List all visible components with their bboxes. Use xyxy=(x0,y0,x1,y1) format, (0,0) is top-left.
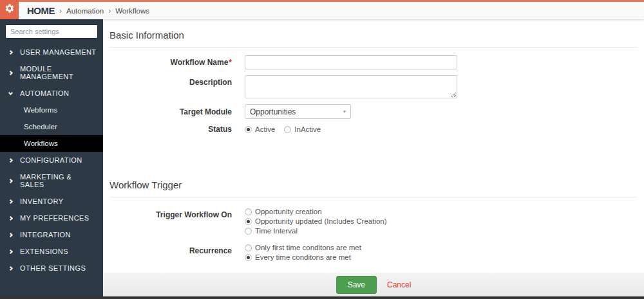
breadcrumb-separator-icon: › xyxy=(59,6,62,15)
breadcrumb-workflows[interactable]: Workflows xyxy=(115,7,149,15)
sidebar-item-workflows[interactable]: Workflows xyxy=(0,135,103,152)
status-radio-group: Active InActive xyxy=(245,125,321,133)
radio-unselected-icon xyxy=(245,228,252,235)
target-module-label: Target Module xyxy=(103,107,245,116)
sidebar-item-marketing-sales[interactable]: MARKETING & SALES xyxy=(0,168,103,193)
form-footer: Save Cancel xyxy=(103,273,644,296)
trigger-time-interval-radio[interactable]: Time Interval xyxy=(245,227,387,235)
breadcrumb-separator-icon: › xyxy=(108,6,111,15)
chevron-right-icon xyxy=(8,50,13,54)
sidebar-item-label: OTHER SETTINGS xyxy=(20,264,86,272)
status-inactive-radio[interactable]: InActive xyxy=(284,125,321,133)
trigger-on-radio-group: Opportunity creation Opportunity updated… xyxy=(245,208,387,235)
sidebar-item-inventory[interactable]: INVENTORY xyxy=(0,193,103,210)
chevron-right-icon xyxy=(8,158,13,162)
settings-gear-button[interactable] xyxy=(0,0,19,19)
top-bar: HOME › Automation › Workflows xyxy=(0,0,644,19)
description-label: Description xyxy=(103,75,245,87)
section-title-workflow-trigger: Workflow Trigger xyxy=(109,179,638,197)
settings-page: HOME › Automation › Workflows USER MANAG… xyxy=(0,0,644,299)
recurrence-first-time-radio[interactable]: Only first time conditons are met xyxy=(245,244,361,251)
radio-unselected-icon xyxy=(245,208,252,215)
chevron-right-icon xyxy=(8,199,13,203)
sidebar-item-label: INTEGRATION xyxy=(20,231,71,239)
sidebar-item-extensions[interactable]: EXTENSIONS xyxy=(0,243,103,260)
target-module-select[interactable]: Opportunities ▾ xyxy=(245,104,351,119)
radio-selected-icon xyxy=(245,218,252,225)
cancel-button[interactable]: Cancel xyxy=(387,280,411,289)
chevron-right-icon xyxy=(8,215,13,220)
sidebar-item-label: INVENTORY xyxy=(20,197,63,205)
target-module-selected-value: Opportunities xyxy=(250,107,296,116)
sidebar-item-label: EXTENSIONS xyxy=(20,248,68,255)
chevron-down-icon xyxy=(8,90,13,95)
chevron-right-icon xyxy=(8,178,13,183)
sidebar-item-label: AUTOMATION xyxy=(20,89,69,97)
recurrence-label: Recurrence xyxy=(103,244,245,255)
save-button[interactable]: Save xyxy=(336,276,377,294)
breadcrumb-automation[interactable]: Automation xyxy=(66,7,104,15)
status-active-radio[interactable]: Active xyxy=(245,125,275,133)
gear-icon xyxy=(5,3,15,16)
sidebar-item-automation[interactable]: AUTOMATION xyxy=(0,85,103,102)
recurrence-radio-group: Only first time conditons are met Every … xyxy=(245,244,361,261)
sidebar-item-integration[interactable]: INTEGRATION xyxy=(0,226,103,243)
chevron-right-icon xyxy=(8,232,13,237)
breadcrumb: HOME › Automation › Workflows xyxy=(27,2,149,19)
workflow-name-input[interactable] xyxy=(245,55,457,69)
sidebar-item-webforms[interactable]: Webforms xyxy=(0,102,103,118)
section-title-basic-information: Basic Information xyxy=(109,30,638,48)
workflow-form-panel: Basic Information Workflow Name* Descrip… xyxy=(103,19,644,296)
sidebar-item-label: CONFIGURATION xyxy=(20,156,82,164)
sidebar-item-my-preferences[interactable]: MY PREFERENCES xyxy=(0,210,103,226)
status-label: Status xyxy=(103,125,245,134)
caret-down-icon: ▾ xyxy=(343,109,346,114)
recurrence-every-time-radio[interactable]: Every time conditons are met xyxy=(245,253,361,261)
radio-selected-icon xyxy=(245,126,252,133)
radio-unselected-icon xyxy=(245,244,252,251)
sidebar-item-module-management[interactable]: MODULE MANAGEMENT xyxy=(0,60,103,85)
sidebar-item-label: MODULE MANAGEMENT xyxy=(20,65,98,80)
bottom-border-strip xyxy=(0,296,644,299)
sidebar-item-user-management[interactable]: USER MANAGEMENT xyxy=(0,44,103,60)
chevron-right-icon xyxy=(8,249,13,253)
settings-sidebar: USER MANAGEMENT MODULE MANAGEMENT AUTOMA… xyxy=(0,19,103,296)
trigger-workflow-on-label: Trigger Workflow On xyxy=(103,208,245,219)
chevron-right-icon xyxy=(8,70,13,75)
workflow-name-label: Workflow Name* xyxy=(103,58,245,67)
sidebar-item-label: MY PREFERENCES xyxy=(20,214,89,222)
radio-selected-icon xyxy=(245,254,252,261)
sidebar-item-other-settings[interactable]: OTHER SETTINGS xyxy=(0,260,103,276)
required-asterisk: * xyxy=(229,58,232,67)
chevron-right-icon xyxy=(8,266,13,270)
sidebar-item-configuration[interactable]: CONFIGURATION xyxy=(0,152,103,168)
description-textarea[interactable] xyxy=(245,75,457,98)
search-input[interactable] xyxy=(5,24,98,39)
radio-unselected-icon xyxy=(284,126,291,133)
trigger-opportunity-updated-radio[interactable]: Opportunity updated (Includes Creation) xyxy=(245,217,387,225)
sidebar-item-scheduler[interactable]: Scheduler xyxy=(0,118,103,135)
sidebar-item-label: MARKETING & SALES xyxy=(20,173,98,188)
trigger-opportunity-creation-radio[interactable]: Opportunity creation xyxy=(245,208,387,215)
sidebar-item-label: USER MANAGEMENT xyxy=(20,48,96,56)
breadcrumb-home[interactable]: HOME xyxy=(27,5,55,16)
